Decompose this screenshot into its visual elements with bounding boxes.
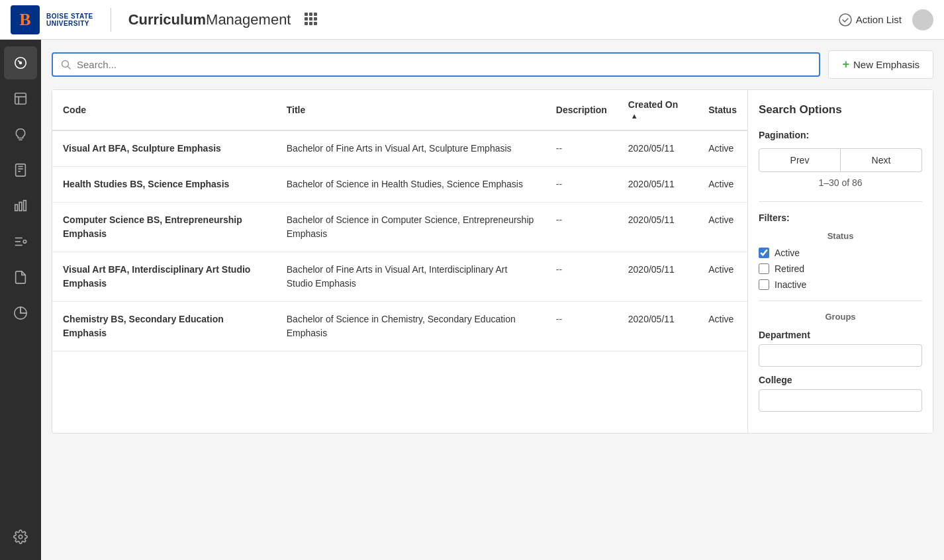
sidebar-item-documents[interactable] bbox=[4, 82, 37, 115]
new-emphasis-button[interactable]: + New Emphasis bbox=[828, 50, 933, 79]
svg-point-9 bbox=[839, 14, 851, 26]
app-title: CurriculumManagement bbox=[128, 11, 291, 28]
cell-code: Visual Art BFA, Sculpture Emphasis bbox=[52, 130, 276, 167]
college-label: College bbox=[759, 375, 922, 385]
emphasis-table: Code Title Description Created On ▲ Stat… bbox=[52, 90, 747, 351]
col-code: Code bbox=[52, 90, 276, 130]
sidebar-item-list-settings[interactable] bbox=[4, 225, 37, 258]
table-row[interactable]: Visual Art BFA, Sculpture Emphasis Bache… bbox=[52, 130, 747, 167]
pie-icon bbox=[13, 306, 28, 320]
sidebar-item-catalog[interactable] bbox=[4, 154, 37, 187]
cell-title: Bachelor of Science in Computer Science,… bbox=[276, 203, 545, 252]
college-input[interactable] bbox=[759, 389, 922, 412]
cell-created-on: 2020/05/11 bbox=[618, 203, 698, 252]
svg-rect-15 bbox=[16, 164, 26, 176]
cell-title: Bachelor of Fine Arts in Visual Art, Scu… bbox=[276, 130, 545, 167]
table-header: Code Title Description Created On ▲ Stat… bbox=[52, 90, 747, 130]
svg-point-11 bbox=[20, 62, 22, 64]
sidebar-item-dashboard[interactable] bbox=[4, 46, 37, 79]
cell-created-on: 2020/05/11 bbox=[618, 130, 698, 167]
bsu-line1: BOISE STATE bbox=[46, 13, 93, 20]
table-area: Code Title Description Created On ▲ Stat… bbox=[52, 90, 747, 433]
pagination-info: 1–30 of 86 bbox=[759, 177, 922, 188]
sidebar-item-settings[interactable] bbox=[4, 520, 37, 553]
cell-code: Computer Science BS, Entrepreneurship Em… bbox=[52, 203, 276, 252]
table-row[interactable]: Computer Science BS, Entrepreneurship Em… bbox=[52, 203, 747, 252]
book-icon bbox=[13, 91, 28, 106]
cell-description: -- bbox=[545, 130, 618, 167]
svg-rect-3 bbox=[305, 17, 308, 21]
col-title: Title bbox=[276, 90, 545, 130]
filter-retired-checkbox[interactable] bbox=[759, 263, 769, 274]
cell-code: Visual Art BFA, Interdisciplinary Art St… bbox=[52, 252, 276, 302]
sidebar-item-ideas[interactable] bbox=[4, 118, 37, 151]
col-created-on[interactable]: Created On ▲ bbox=[618, 90, 698, 130]
svg-rect-4 bbox=[309, 17, 312, 21]
pagination-label: Pagination: bbox=[759, 130, 922, 140]
cell-description: -- bbox=[545, 167, 618, 203]
cell-status: Active bbox=[698, 203, 747, 252]
department-input[interactable] bbox=[759, 344, 922, 367]
action-list-button[interactable]: Action List bbox=[839, 13, 902, 26]
toolbar: + New Emphasis bbox=[52, 50, 933, 79]
search-bar bbox=[52, 52, 820, 77]
next-button[interactable]: Next bbox=[841, 148, 922, 172]
filters-label: Filters: bbox=[759, 212, 922, 223]
main-content: + New Emphasis Code Title Description Cr… bbox=[41, 40, 944, 560]
col-status: Status bbox=[698, 90, 747, 130]
grid-icon[interactable] bbox=[304, 12, 317, 27]
plus-icon: + bbox=[842, 58, 849, 71]
svg-rect-2 bbox=[314, 13, 317, 16]
table-row[interactable]: Health Studies BS, Science Emphasis Bach… bbox=[52, 167, 747, 203]
logo-icon: B bbox=[11, 5, 40, 34]
sidebar-item-notes[interactable] bbox=[4, 261, 37, 294]
chart-bar-icon bbox=[13, 199, 28, 213]
svg-rect-1 bbox=[309, 13, 312, 16]
cell-code: Chemistry BS, Secondary Education Emphas… bbox=[52, 302, 276, 351]
content-area: Code Title Description Created On ▲ Stat… bbox=[52, 89, 933, 434]
search-input[interactable] bbox=[77, 59, 811, 70]
action-list-label: Action List bbox=[856, 14, 902, 25]
sidebar bbox=[0, 40, 41, 560]
cell-status: Active bbox=[698, 302, 747, 351]
cell-created-on: 2020/05/11 bbox=[618, 302, 698, 351]
filter-active-checkbox[interactable] bbox=[759, 248, 769, 258]
cell-description: -- bbox=[545, 252, 618, 302]
filter-inactive-label: Inactive bbox=[775, 279, 806, 290]
prev-button[interactable]: Prev bbox=[759, 148, 841, 172]
filter-active-label: Active bbox=[775, 248, 800, 258]
cell-status: Active bbox=[698, 130, 747, 167]
speedometer-icon bbox=[13, 56, 28, 70]
gear-icon bbox=[13, 530, 28, 544]
groups-section: Groups Department College bbox=[759, 312, 922, 412]
sidebar-item-reports[interactable] bbox=[4, 189, 37, 222]
cell-code: Health Studies BS, Science Emphasis bbox=[52, 167, 276, 203]
table-row[interactable]: Visual Art BFA, Interdisciplinary Art St… bbox=[52, 252, 747, 302]
bsu-line2: UNIVERSITY bbox=[46, 20, 93, 27]
file-icon bbox=[13, 270, 28, 285]
right-panel: Search Options Pagination: Prev Next 1–3… bbox=[747, 90, 933, 433]
cell-title: Bachelor of Science in Health Studies, S… bbox=[276, 167, 545, 203]
filter-retired: Retired bbox=[759, 263, 922, 274]
svg-rect-6 bbox=[305, 22, 308, 25]
table-row[interactable]: Chemistry BS, Secondary Education Emphas… bbox=[52, 302, 747, 351]
filter-inactive-checkbox[interactable] bbox=[759, 279, 769, 290]
cell-created-on: 2020/05/11 bbox=[618, 252, 698, 302]
cell-status: Active bbox=[698, 167, 747, 203]
new-button-label: New Emphasis bbox=[853, 59, 920, 70]
sidebar-item-analytics[interactable] bbox=[4, 297, 37, 330]
pagination-buttons: Prev Next bbox=[759, 148, 922, 172]
top-nav: B BOISE STATE UNIVERSITY CurriculumManag… bbox=[0, 0, 944, 40]
svg-rect-21 bbox=[24, 201, 26, 211]
sort-arrow-created-on: ▲ bbox=[631, 112, 638, 120]
action-list-icon bbox=[839, 13, 852, 26]
cell-title: Bachelor of Science in Chemistry, Second… bbox=[276, 302, 545, 351]
filter-active: Active bbox=[759, 248, 922, 258]
app-title-light: Management bbox=[206, 11, 291, 28]
department-label: Department bbox=[759, 330, 922, 340]
svg-point-26 bbox=[19, 535, 23, 539]
avatar[interactable] bbox=[912, 9, 933, 30]
lightbulb-icon bbox=[13, 127, 28, 142]
status-filter-group: Status Active Retired Inactive bbox=[759, 231, 922, 290]
status-group-label: Status bbox=[759, 231, 922, 241]
